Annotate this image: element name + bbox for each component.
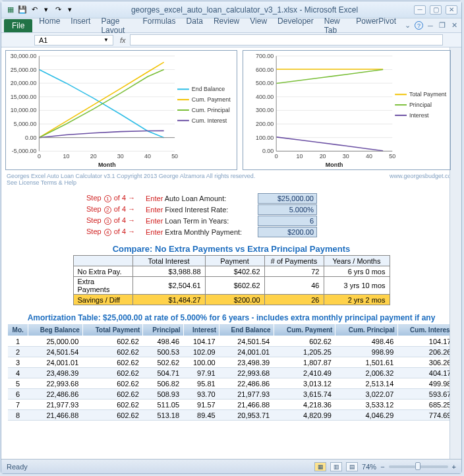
amort-cell: 93.70	[183, 389, 219, 400]
amort-cell: 1,807.87	[274, 357, 335, 368]
chevron-down-icon[interactable]: ▼	[103, 37, 109, 43]
status-bar: Ready ▦ ▥ ▤ 74% − +	[1, 459, 461, 473]
qat-customize-icon[interactable]: ▾	[65, 5, 75, 15]
zoom-level[interactable]: 74%	[362, 463, 376, 471]
amort-cell: 602.62	[82, 400, 143, 410]
amort-cell: 513.18	[143, 410, 183, 421]
amort-cell: 602.62	[82, 347, 143, 357]
amort-cell: 8	[8, 410, 28, 421]
amort-cell: 22,486.86	[28, 389, 82, 400]
website-link[interactable]: www.georgesbudget.com	[390, 173, 456, 179]
zoom-out-button[interactable]: −	[380, 463, 384, 471]
maximize-button[interactable]: ▢	[430, 5, 442, 15]
compare-cell: 46	[264, 277, 324, 295]
input-value-cell[interactable]: 6	[258, 216, 317, 226]
amort-cell: 102.09	[183, 347, 219, 357]
amort-cell: 498.46	[143, 336, 183, 347]
doc-minimize-icon[interactable]: ─	[426, 21, 435, 30]
amort-cell: 602.62	[82, 410, 143, 421]
svg-text:300.00: 300.00	[256, 107, 274, 113]
close-button[interactable]: ✕	[446, 5, 457, 15]
amort-cell: 602.62	[82, 378, 143, 389]
svg-text:Principal: Principal	[409, 102, 432, 108]
amort-cell: 500.53	[143, 347, 183, 357]
compare-cell: $402.62	[205, 266, 264, 277]
license-link[interactable]: See License Terms & Help	[5, 179, 457, 190]
amort-cell: 508.93	[143, 389, 183, 400]
amort-header: End Balance	[219, 324, 274, 336]
amort-cell: 7	[8, 400, 28, 410]
redo-icon[interactable]: ↷	[53, 5, 63, 15]
amort-cell: 2,513.14	[335, 378, 397, 389]
amort-cell: 602.62	[274, 336, 335, 347]
view-page-layout-button[interactable]: ▥	[330, 462, 342, 471]
amort-cell: 104.17	[183, 336, 219, 347]
svg-text:40: 40	[366, 153, 372, 160]
amort-cell: 602.62	[82, 368, 143, 378]
save-icon[interactable]: 💾	[17, 5, 28, 15]
table-row: 721,977.93602.62511.0591.5721,466.884,21…	[8, 400, 455, 410]
qat-dropdown-icon[interactable]: ▾	[41, 5, 51, 15]
amort-cell: 24,001.01	[28, 357, 82, 368]
fx-label[interactable]: fx	[116, 36, 130, 44]
amort-cell: 4,820.99	[274, 410, 335, 421]
amort-cell: 5	[8, 378, 28, 389]
amort-cell: 20,953.71	[219, 410, 274, 421]
zoom-in-button[interactable]: +	[452, 463, 456, 471]
input-value-cell[interactable]: 5.000%	[258, 204, 317, 215]
svg-text:Total Payment: Total Payment	[409, 91, 447, 98]
amort-cell: 100.00	[183, 357, 219, 368]
amort-header: Total Payment	[82, 324, 143, 336]
svg-text:10,000.00: 10,000.00	[11, 107, 37, 113]
amort-cell: 95.81	[183, 378, 219, 389]
svg-text:30,000.00: 30,000.00	[11, 53, 37, 59]
svg-text:Cum. Principal: Cum. Principal	[192, 107, 230, 113]
amort-cell: 2,410.49	[274, 368, 335, 378]
compare-cell: $2,504.61	[132, 277, 205, 295]
minimize-button[interactable]: ─	[414, 5, 426, 15]
amort-header: Cum. Interest	[397, 324, 455, 336]
amort-cell: 306.26	[397, 357, 455, 368]
amort-cell: 506.82	[143, 378, 183, 389]
amort-cell: 24,501.54	[28, 347, 82, 357]
ribbon-dropdown-icon[interactable]: ⌄	[403, 21, 412, 30]
amort-cell: 6	[8, 389, 28, 400]
svg-text:End Balance: End Balance	[192, 86, 225, 92]
input-row-4: Step 4 of 4 →Enter Extra Monthly Payment…	[86, 226, 376, 237]
input-value-cell[interactable]: $25,000.00	[258, 193, 317, 204]
amort-cell: 25,000.00	[28, 336, 82, 347]
amort-cell: 4,218.36	[274, 400, 335, 410]
amort-cell: 685.25	[397, 400, 455, 410]
chart-monthly[interactable]: 0.00100.00200.00300.00400.00500.00600.00…	[243, 50, 451, 170]
vertical-scrollbar[interactable]	[450, 47, 461, 459]
compare-cell: 26	[264, 295, 324, 305]
compare-header: Years / Months	[324, 256, 390, 266]
input-label: Enter Extra Monthly Payment:	[146, 228, 251, 236]
chart-cumulative[interactable]: -5,000.000.005,000.0010,000.0015,000.002…	[5, 50, 237, 170]
view-page-break-button[interactable]: ▤	[346, 462, 358, 471]
svg-text:-5,000.00: -5,000.00	[12, 148, 37, 154]
help-icon[interactable]: ?	[415, 21, 423, 30]
input-label: Enter Loan Term in Years:	[146, 217, 251, 225]
formula-bar-row: A1▼ fx	[1, 33, 461, 47]
doc-close-icon[interactable]: ✕	[450, 21, 459, 30]
svg-text:100.00: 100.00	[256, 134, 274, 141]
undo-icon[interactable]: ↶	[29, 5, 40, 15]
view-normal-button[interactable]: ▦	[314, 462, 326, 471]
formula-bar[interactable]	[130, 34, 443, 45]
name-box[interactable]: A1▼	[34, 35, 113, 45]
input-value-cell[interactable]: $200.00	[258, 227, 317, 237]
zoom-slider[interactable]	[389, 465, 448, 468]
compare-row-label: No Extra Pay.	[73, 266, 132, 277]
svg-text:Month: Month	[98, 162, 116, 168]
compare-header: Payment	[205, 256, 264, 266]
doc-restore-icon[interactable]: ❐	[438, 21, 447, 30]
compare-cell: 2 yrs 2 mos	[324, 295, 390, 305]
amort-cell: 1	[8, 336, 28, 347]
svg-text:500.00: 500.00	[256, 80, 274, 86]
svg-text:Month: Month	[326, 162, 343, 168]
svg-text:200.00: 200.00	[256, 121, 274, 127]
input-row-1: Step 1 of 4 →Enter Auto Loan Amount:$25,…	[86, 193, 376, 204]
file-tab[interactable]: File	[4, 19, 32, 32]
amort-cell: 23,498.39	[28, 368, 82, 378]
